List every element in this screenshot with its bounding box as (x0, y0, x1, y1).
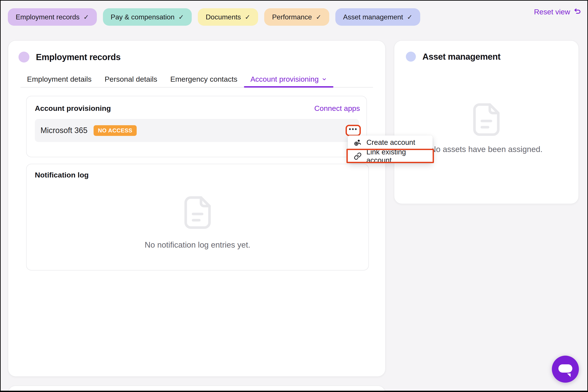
pill-label: Asset management (343, 13, 403, 21)
menu-item-link-existing-account[interactable]: Link existing account (348, 149, 433, 163)
reset-view-label: Reset view (534, 8, 570, 16)
tab-personal-details[interactable]: Personal details (98, 71, 164, 87)
menu-item-create-account[interactable]: Create account (348, 136, 433, 149)
notification-log-section: Notification log No notification log ent… (26, 164, 369, 270)
more-options-button[interactable]: ••• (347, 126, 359, 135)
asset-card-header: Asset management (406, 52, 501, 62)
employment-records-card: Employment records Employment details Pe… (8, 40, 386, 377)
empty-document-icon (184, 196, 211, 229)
asset-management-card: Asset management No assets have been ass… (394, 40, 579, 204)
annotation-highlight-more-button: ••• (345, 125, 361, 136)
tab-label: Emergency contacts (170, 75, 237, 84)
employment-records-dot-icon (18, 52, 29, 62)
chat-bubble-icon (552, 356, 579, 383)
check-icon: ✓ (407, 13, 412, 21)
tab-label: Account provisioning (251, 75, 319, 84)
chat-launcher-button[interactable] (552, 356, 579, 383)
check-icon: ✓ (83, 13, 89, 21)
user-plus-icon (354, 138, 362, 146)
pill-documents[interactable]: Documents ✓ (198, 8, 258, 26)
notification-log-title: Notification log (35, 171, 89, 179)
menu-item-label: Create account (366, 138, 415, 146)
reset-undo-icon (573, 8, 582, 16)
provisioning-section-head: Account provisioning Connect apps (35, 104, 360, 112)
tab-label: Personal details (105, 75, 157, 84)
no-access-badge: NO ACCESS (94, 125, 137, 136)
link-icon (354, 152, 362, 160)
reset-view-button[interactable]: Reset view (534, 7, 582, 16)
employment-card-header: Employment records (18, 52, 121, 62)
chevron-down-icon (322, 77, 327, 82)
more-icon: ••• (349, 126, 358, 132)
pill-label: Employment records (16, 13, 79, 21)
asset-management-dot-icon (406, 52, 416, 62)
microsoft-365-row: Microsoft 365 NO ACCESS ••• (35, 119, 359, 142)
tab-employment-details[interactable]: Employment details (20, 71, 98, 87)
pill-label: Pay & compensation (111, 13, 175, 21)
check-icon: ✓ (178, 13, 184, 21)
completed-steps-bar: Employment records ✓ Pay & compensation … (8, 8, 420, 26)
app-name: Microsoft 365 (40, 126, 87, 135)
connect-apps-link[interactable]: Connect apps (314, 104, 360, 112)
pill-asset-management[interactable]: Asset management ✓ (335, 8, 420, 26)
pill-pay-compensation[interactable]: Pay & compensation ✓ (103, 8, 192, 26)
pill-performance[interactable]: Performance ✓ (264, 8, 329, 26)
check-icon: ✓ (316, 13, 321, 21)
empty-document-icon (473, 103, 500, 136)
tab-label: Employment details (27, 75, 92, 84)
tab-account-provisioning[interactable]: Account provisioning (244, 71, 334, 87)
asset-card-title: Asset management (422, 52, 501, 62)
notification-empty-text: No notification log entries yet. (26, 240, 368, 250)
check-icon: ✓ (245, 13, 250, 21)
provisioning-section-title: Account provisioning (35, 104, 111, 112)
employment-card-title: Employment records (36, 52, 121, 62)
pill-employment-records[interactable]: Employment records ✓ (8, 8, 97, 26)
account-provisioning-section: Account provisioning Connect apps Micros… (26, 96, 367, 157)
next-section-card (8, 386, 386, 392)
pill-label: Documents (206, 13, 241, 21)
pill-label: Performance (272, 13, 312, 21)
tab-emergency-contacts[interactable]: Emergency contacts (164, 71, 244, 87)
provisioning-context-menu: Create account Link existing account (348, 136, 433, 163)
menu-item-label: Link existing account (366, 148, 433, 164)
employment-tabbar: Employment details Personal details Emer… (20, 71, 373, 88)
